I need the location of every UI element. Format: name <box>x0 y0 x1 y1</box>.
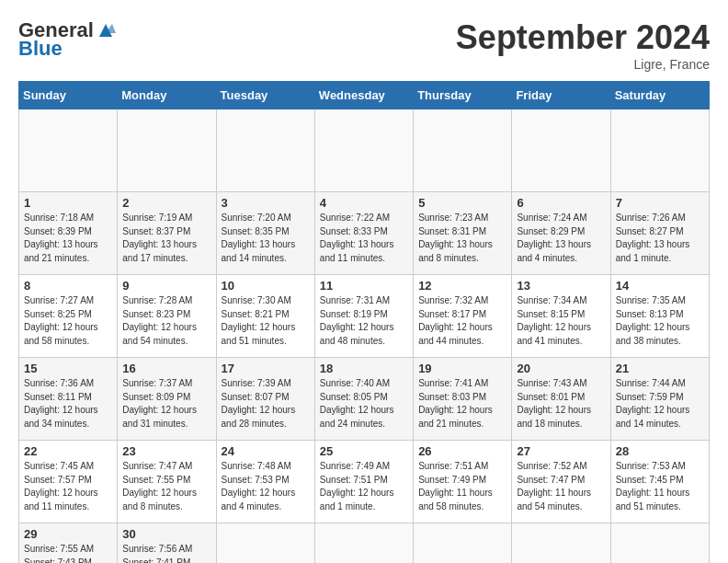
col-sunday: Sunday <box>19 82 118 109</box>
calendar-header: Sunday Monday Tuesday Wednesday Thursday… <box>19 82 710 109</box>
day-number: 3 <box>222 196 310 210</box>
calendar-cell: 26Sunrise: 7:51 AMSunset: 7:49 PMDayligh… <box>414 441 512 523</box>
calendar-cell: 19Sunrise: 7:41 AMSunset: 8:03 PMDayligh… <box>414 358 512 441</box>
day-info: Sunrise: 7:19 AMSunset: 8:37 PMDaylight:… <box>122 212 210 265</box>
day-info: Sunrise: 7:22 AMSunset: 8:33 PMDaylight:… <box>320 212 408 265</box>
calendar-cell <box>216 523 314 564</box>
calendar-cell <box>118 109 216 192</box>
day-info: Sunrise: 7:37 AMSunset: 8:09 PMDaylight:… <box>122 377 210 431</box>
day-info: Sunrise: 7:20 AMSunset: 8:35 PMDaylight:… <box>222 212 310 265</box>
calendar-cell: 21Sunrise: 7:44 AMSunset: 7:59 PMDayligh… <box>610 358 709 441</box>
logo-icon <box>96 20 116 40</box>
day-info: Sunrise: 7:43 AMSunset: 8:01 PMDaylight:… <box>517 377 605 431</box>
calendar-cell <box>314 109 413 192</box>
day-info: Sunrise: 7:52 AMSunset: 7:47 PMDaylight:… <box>517 460 605 513</box>
day-info: Sunrise: 7:35 AMSunset: 8:13 PMDaylight:… <box>616 294 704 348</box>
day-info: Sunrise: 7:55 AMSunset: 7:43 PMDaylight:… <box>24 543 112 563</box>
day-number: 9 <box>122 279 210 293</box>
calendar-cell: 3Sunrise: 7:20 AMSunset: 8:35 PMDaylight… <box>216 192 314 275</box>
calendar-cell: 2Sunrise: 7:19 AMSunset: 8:37 PMDaylight… <box>118 192 216 275</box>
day-info: Sunrise: 7:44 AMSunset: 7:59 PMDaylight:… <box>616 377 704 431</box>
calendar-cell: 10Sunrise: 7:30 AMSunset: 8:21 PMDayligh… <box>216 275 314 358</box>
logo: General Blue <box>18 18 116 61</box>
calendar-cell: 28Sunrise: 7:53 AMSunset: 7:45 PMDayligh… <box>610 441 709 523</box>
day-info: Sunrise: 7:53 AMSunset: 7:45 PMDaylight:… <box>616 460 704 513</box>
calendar-cell: 4Sunrise: 7:22 AMSunset: 8:33 PMDaylight… <box>314 192 413 275</box>
day-number: 22 <box>24 444 112 458</box>
calendar-cell <box>216 109 314 192</box>
header-row: Sunday Monday Tuesday Wednesday Thursday… <box>19 82 710 109</box>
calendar-cell: 1Sunrise: 7:18 AMSunset: 8:39 PMDaylight… <box>19 192 118 275</box>
day-number: 12 <box>418 279 506 293</box>
day-number: 28 <box>616 444 704 458</box>
calendar-cell: 22Sunrise: 7:45 AMSunset: 7:57 PMDayligh… <box>19 441 118 523</box>
location: Ligre, France <box>456 57 710 72</box>
calendar-cell: 25Sunrise: 7:49 AMSunset: 7:51 PMDayligh… <box>314 441 413 523</box>
day-number: 25 <box>320 444 408 458</box>
day-number: 19 <box>418 362 506 375</box>
calendar-week-1: 1Sunrise: 7:18 AMSunset: 8:39 PMDaylight… <box>19 192 710 275</box>
calendar-table: Sunday Monday Tuesday Wednesday Thursday… <box>18 81 710 563</box>
calendar-week-4: 22Sunrise: 7:45 AMSunset: 7:57 PMDayligh… <box>19 441 710 523</box>
day-number: 5 <box>418 196 506 210</box>
day-info: Sunrise: 7:47 AMSunset: 7:55 PMDaylight:… <box>122 460 210 513</box>
day-info: Sunrise: 7:51 AMSunset: 7:49 PMDaylight:… <box>418 460 506 513</box>
title-block: September 2024 Ligre, France <box>456 18 710 72</box>
day-number: 29 <box>24 527 112 541</box>
logo-blue: Blue <box>18 37 63 61</box>
calendar-cell: 30Sunrise: 7:56 AMSunset: 7:41 PMDayligh… <box>118 523 216 564</box>
day-info: Sunrise: 7:23 AMSunset: 8:31 PMDaylight:… <box>418 212 506 265</box>
day-number: 23 <box>122 444 210 458</box>
calendar-cell: 17Sunrise: 7:39 AMSunset: 8:07 PMDayligh… <box>216 358 314 441</box>
calendar-cell: 20Sunrise: 7:43 AMSunset: 8:01 PMDayligh… <box>512 358 610 441</box>
month-title: September 2024 <box>456 18 710 57</box>
calendar-cell: 13Sunrise: 7:34 AMSunset: 8:15 PMDayligh… <box>512 275 610 358</box>
day-info: Sunrise: 7:32 AMSunset: 8:17 PMDaylight:… <box>418 294 506 348</box>
day-number: 13 <box>517 279 605 293</box>
day-number: 16 <box>122 362 210 375</box>
day-number: 24 <box>222 444 310 458</box>
day-number: 18 <box>320 362 408 375</box>
calendar-cell: 27Sunrise: 7:52 AMSunset: 7:47 PMDayligh… <box>512 441 610 523</box>
calendar-cell <box>19 109 118 192</box>
day-number: 4 <box>320 196 408 210</box>
day-info: Sunrise: 7:48 AMSunset: 7:53 PMDaylight:… <box>222 460 310 513</box>
col-monday: Monday <box>118 82 216 109</box>
day-info: Sunrise: 7:27 AMSunset: 8:25 PMDaylight:… <box>24 294 112 348</box>
day-info: Sunrise: 7:34 AMSunset: 8:15 PMDaylight:… <box>517 294 605 348</box>
calendar-cell: 12Sunrise: 7:32 AMSunset: 8:17 PMDayligh… <box>414 275 512 358</box>
calendar-cell: 14Sunrise: 7:35 AMSunset: 8:13 PMDayligh… <box>610 275 709 358</box>
day-info: Sunrise: 7:40 AMSunset: 8:05 PMDaylight:… <box>320 377 408 431</box>
col-thursday: Thursday <box>414 82 512 109</box>
day-number: 15 <box>24 362 112 375</box>
day-info: Sunrise: 7:31 AMSunset: 8:19 PMDaylight:… <box>320 294 408 348</box>
day-number: 30 <box>122 527 210 541</box>
calendar-cell: 9Sunrise: 7:28 AMSunset: 8:23 PMDaylight… <box>118 275 216 358</box>
col-wednesday: Wednesday <box>314 82 413 109</box>
day-number: 6 <box>517 196 605 210</box>
calendar-cell: 7Sunrise: 7:26 AMSunset: 8:27 PMDaylight… <box>610 192 709 275</box>
calendar-cell: 15Sunrise: 7:36 AMSunset: 8:11 PMDayligh… <box>19 358 118 441</box>
day-info: Sunrise: 7:24 AMSunset: 8:29 PMDaylight:… <box>517 212 605 265</box>
day-info: Sunrise: 7:28 AMSunset: 8:23 PMDaylight:… <box>122 294 210 348</box>
calendar-cell: 29Sunrise: 7:55 AMSunset: 7:43 PMDayligh… <box>19 523 118 564</box>
calendar-cell: 11Sunrise: 7:31 AMSunset: 8:19 PMDayligh… <box>314 275 413 358</box>
day-number: 11 <box>320 279 408 293</box>
calendar-week-3: 15Sunrise: 7:36 AMSunset: 8:11 PMDayligh… <box>19 358 710 441</box>
calendar-cell: 18Sunrise: 7:40 AMSunset: 8:05 PMDayligh… <box>314 358 413 441</box>
calendar-week-0 <box>19 109 710 192</box>
day-number: 2 <box>122 196 210 210</box>
col-saturday: Saturday <box>610 82 709 109</box>
calendar-cell: 5Sunrise: 7:23 AMSunset: 8:31 PMDaylight… <box>414 192 512 275</box>
day-info: Sunrise: 7:41 AMSunset: 8:03 PMDaylight:… <box>418 377 506 431</box>
calendar-cell <box>512 523 610 564</box>
calendar-cell: 23Sunrise: 7:47 AMSunset: 7:55 PMDayligh… <box>118 441 216 523</box>
calendar-cell <box>610 523 709 564</box>
day-number: 8 <box>24 279 112 293</box>
calendar-cell: 24Sunrise: 7:48 AMSunset: 7:53 PMDayligh… <box>216 441 314 523</box>
calendar-body: 1Sunrise: 7:18 AMSunset: 8:39 PMDaylight… <box>19 109 710 564</box>
day-number: 21 <box>616 362 704 375</box>
page-header: General Blue September 2024 Ligre, Franc… <box>18 18 710 72</box>
day-number: 26 <box>418 444 506 458</box>
day-number: 1 <box>24 196 112 210</box>
